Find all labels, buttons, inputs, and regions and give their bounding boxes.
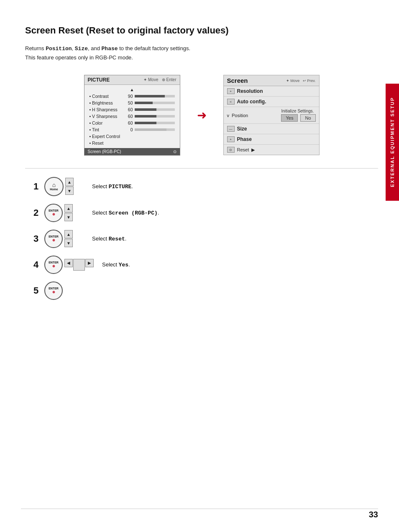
nav-up-button-2[interactable]: ▲ (64, 204, 73, 212)
phase-icon: + (227, 136, 235, 142)
step-4-keyword: Yes (119, 262, 128, 268)
step-2-keyword: Screen (RGB-PC) (109, 210, 158, 216)
yes-button[interactable]: Yes (281, 114, 298, 122)
picture-menu: PICTURE ✦ Move ⊕ Enter ▲ • Contrast 90 •… (84, 75, 180, 156)
intro-paragraph: Returns Position, Size, and Phase to the… (25, 44, 378, 62)
screen-menu-header: Screen ✦ Move ↩ Prev. (224, 75, 319, 86)
step-1-text: Select PICTURE. (92, 183, 133, 190)
intro-size: Size (75, 46, 88, 52)
step-3-keyword: Reset (109, 236, 125, 242)
phase-label: Phase (237, 136, 316, 142)
enter-button-5[interactable]: ENTER ⊕ (44, 281, 63, 300)
nav-right-button-4[interactable]: ▶ (85, 259, 94, 267)
step-4-controls: 4 ENTER ⊕ ◀ ▶ (33, 256, 94, 274)
bottom-divider (21, 509, 378, 509)
reset-row: ⊙ Reset ▶ (224, 145, 319, 155)
intro-and: , and (88, 45, 102, 51)
yes-no-row: Yes No (281, 114, 315, 122)
enter-label-2: ENTER (49, 209, 59, 212)
step-2-row: 2 ENTER ⊕ ▲ ▼ Select Screen (RGB-PC). (33, 204, 370, 222)
screen-menu: Screen ✦ Move ↩ Prev. + Resolution < Aut… (223, 75, 320, 155)
step-4-buttons: ENTER ⊕ ◀ ▶ (44, 256, 94, 274)
screen-menu-nav: ✦ Move ↩ Prev. (286, 79, 316, 83)
nav-up-button[interactable]: ▲ (65, 178, 74, 186)
intro-line1-suffix: to the default factory settings. (118, 45, 190, 51)
enter-dot-2: ⊕ (52, 212, 55, 216)
step-4-row: 4 ENTER ⊕ ◀ ▶ Select Ye (33, 256, 370, 274)
nav-down-button-3[interactable]: ▼ (64, 239, 73, 247)
resolution-label: Resolution (237, 88, 316, 94)
step-3-text: Select Reset. (92, 235, 126, 242)
size-label: Size (237, 126, 316, 132)
list-item: + Phase (224, 134, 319, 145)
arrow-right: ➜ (197, 108, 207, 122)
step-5-number: 5 (33, 285, 41, 296)
nav-up-button-3[interactable]: ▲ (64, 230, 73, 238)
intro-line1-prefix: Returns (25, 45, 46, 51)
nav-center-4 (73, 259, 85, 271)
screen-menu-title: Screen (227, 77, 248, 84)
steps-section: 1 ⌂ Home ▲ ▼ Select PICTURE. 2 (25, 177, 378, 300)
position-label: Position (232, 113, 248, 118)
nav-down-button-2[interactable]: ▼ (64, 213, 73, 221)
enter-dot-5: ⊕ (52, 290, 55, 294)
step-2-text: Select Screen (RGB-PC). (92, 210, 159, 216)
table-row: • Brightness 50 (84, 100, 180, 106)
section-divider (25, 168, 378, 169)
enter-button-4[interactable]: ENTER ⊕ (44, 256, 63, 274)
picture-menu-title: PICTURE (88, 77, 110, 83)
no-button[interactable]: No (300, 114, 315, 122)
step-1-row: 1 ⌂ Home ▲ ▼ Select PICTURE. (33, 177, 370, 196)
step-1-number: 1 (33, 181, 41, 192)
step-3-number: 3 (33, 233, 41, 244)
step-3-buttons: ENTER ⊕ ▲ ▼ (44, 230, 73, 248)
nav-left-button-4[interactable]: ◀ (64, 259, 73, 267)
step-3-navpad: ▲ ▼ (64, 230, 73, 247)
step-2-buttons: ENTER ⊕ ▲ ▼ (44, 204, 73, 222)
enter-button-2[interactable]: ENTER ⊕ (44, 204, 63, 222)
enter-button-3[interactable]: ENTER ⊕ (44, 230, 63, 248)
step-1-buttons: ⌂ Home ▲ ▼ (44, 177, 74, 196)
enter-label-3: ENTER (49, 235, 59, 238)
initialize-section: Initialize Settings. Yes No (278, 107, 319, 123)
nav-down-button[interactable]: ▼ (65, 187, 74, 195)
reset-icon: ⊙ (227, 147, 235, 153)
enter-label-4: ENTER (49, 261, 59, 264)
picture-footer-icon: ⊙ (173, 149, 176, 154)
table-row: • V Sharpness 60 (84, 113, 180, 120)
table-row: • Contrast 90 (84, 93, 180, 100)
table-row: • H Sharpness 60 (84, 106, 180, 113)
step-5-row: 5 ENTER ⊕ (33, 281, 370, 300)
step-5-controls: 5 ENTER ⊕ (33, 281, 84, 300)
intro-comma1: , (72, 45, 75, 51)
table-row: • Tint 0 (84, 126, 180, 133)
picture-menu-nav: ✦ Move ⊕ Enter (143, 77, 176, 82)
table-row: • Expert Control (84, 133, 180, 140)
table-row: • Color 60 (84, 120, 180, 126)
enter-dot-3: ⊕ (52, 238, 55, 242)
initialize-label: Initialize Settings. (281, 109, 315, 113)
step-1-keyword: PICTURE (109, 184, 132, 190)
step-2-number: 2 (33, 207, 41, 218)
reset-arrow: ▶ (251, 147, 255, 153)
diagrams-area: PICTURE ✦ Move ⊕ Enter ▲ • Contrast 90 •… (25, 75, 378, 156)
position-row: v Position Initialize Settings. Yes No (224, 107, 319, 124)
table-row: • Reset (84, 140, 180, 146)
resolution-icon: + (227, 88, 235, 94)
position-icon: v (227, 113, 230, 118)
step-1-controls: 1 ⌂ Home ▲ ▼ (33, 177, 84, 196)
step-3-row: 3 ENTER ⊕ ▲ ▼ Select Reset. (33, 230, 370, 248)
step-1-navpad: ▲ ▼ (65, 178, 74, 195)
arrow-up: ▲ (84, 87, 180, 93)
picture-menu-header: PICTURE ✦ Move ⊕ Enter (84, 75, 180, 85)
home-button[interactable]: ⌂ Home (44, 177, 64, 196)
step-2-controls: 2 ENTER ⊕ ▲ ▼ (33, 204, 84, 222)
sidebar-label: EXTERNAL EQUIPMENT SETUP (390, 97, 395, 187)
home-label: Home (50, 188, 58, 191)
intro-position: Position (46, 46, 72, 52)
home-icon: ⌂ (52, 182, 56, 188)
autoconfig-icon: < (227, 99, 235, 105)
step-3-controls: 3 ENTER ⊕ ▲ ▼ (33, 230, 84, 248)
picture-menu-footer: Screen (RGB-PC) ⊙ (84, 148, 180, 155)
step-2-navpad: ▲ ▼ (64, 204, 73, 221)
